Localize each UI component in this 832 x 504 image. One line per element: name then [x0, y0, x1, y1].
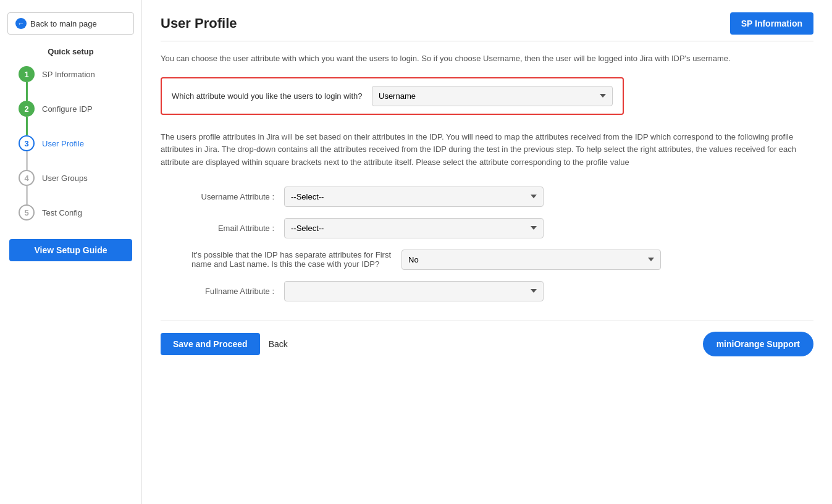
step-item-4[interactable]: 4 User Groups [19, 170, 141, 186]
profile-description-text: The users profile attributes in Jira wil… [161, 131, 809, 169]
step-item-1[interactable]: 1 SP Information [19, 66, 141, 82]
email-attr-select[interactable]: --Select-- [284, 218, 544, 238]
fullname-attr-row: Fullname Attribute : [161, 281, 716, 301]
miniorange-support-button[interactable]: miniOrange Support [703, 332, 813, 356]
login-attribute-box: Which attribute would you like the users… [161, 77, 624, 115]
main-content: User Profile SP Information You can choo… [142, 0, 832, 504]
login-attr-select[interactable]: Username Email [372, 86, 613, 106]
bottom-bar: Save and Proceed Back miniOrange Support [161, 320, 813, 356]
step-item-3[interactable]: 3 User Profile [19, 135, 141, 151]
page-header: User Profile SP Information [161, 12, 813, 35]
step-label-2: Configure IDP [42, 104, 93, 114]
step-circle-3: 3 [19, 135, 35, 151]
step-label-5: Test Config [42, 208, 82, 217]
step-label-3: User Profile [42, 139, 84, 148]
step-connector-3-4 [26, 151, 28, 170]
view-setup-guide-button[interactable]: View Setup Guide [9, 239, 132, 261]
step-circle-4: 4 [19, 170, 35, 186]
step-connector-2-3 [26, 117, 28, 135]
step-item-2[interactable]: 2 Configure IDP [19, 101, 141, 117]
back-button[interactable]: Back [269, 339, 288, 349]
quick-setup-label: Quick setup [0, 47, 141, 56]
page-title: User Profile [161, 15, 237, 32]
step-circle-5: 5 [19, 204, 35, 220]
step-connector-4-5 [26, 186, 28, 204]
idp-question-select[interactable]: No Yes [401, 250, 661, 270]
idp-question-row: It's possible that the IDP has separate … [161, 250, 716, 270]
idp-question-text: It's possible that the IDP has separate … [191, 250, 401, 269]
save-and-proceed-button[interactable]: Save and Proceed [161, 333, 260, 355]
back-icon: ← [15, 18, 27, 29]
login-attr-question: Which attribute would you like the users… [172, 91, 372, 101]
step-connector-1-2 [26, 82, 28, 101]
header-divider [161, 41, 813, 41]
fullname-attr-select[interactable] [284, 281, 544, 301]
step-item-5[interactable]: 5 Test Config [19, 204, 141, 220]
step-circle-1: 1 [19, 66, 35, 82]
username-attr-select[interactable]: --Select-- [284, 187, 544, 207]
email-attr-row: Email Attribute : --Select-- [161, 218, 716, 238]
bottom-left-actions: Save and Proceed Back [161, 333, 288, 355]
username-attr-row: Username Attribute : --Select-- [161, 187, 716, 207]
step-label-4: User Groups [42, 174, 88, 183]
step-label-1: SP Information [42, 70, 95, 79]
sidebar: ← Back to main page Quick setup 1 SP Inf… [0, 0, 142, 504]
back-to-main-button[interactable]: ← Back to main page [7, 12, 134, 35]
back-to-main-label: Back to main page [30, 19, 97, 28]
username-attr-label: Username Attribute : [161, 192, 284, 201]
email-attr-label: Email Attribute : [161, 224, 284, 233]
sp-information-button[interactable]: SP Information [730, 12, 813, 35]
step-list: 1 SP Information 2 Configure IDP 3 User … [0, 66, 141, 220]
step-circle-2: 2 [19, 101, 35, 117]
fullname-attr-label: Fullname Attribute : [161, 287, 284, 296]
description-text-1: You can choose the user attribute with w… [161, 52, 813, 65]
